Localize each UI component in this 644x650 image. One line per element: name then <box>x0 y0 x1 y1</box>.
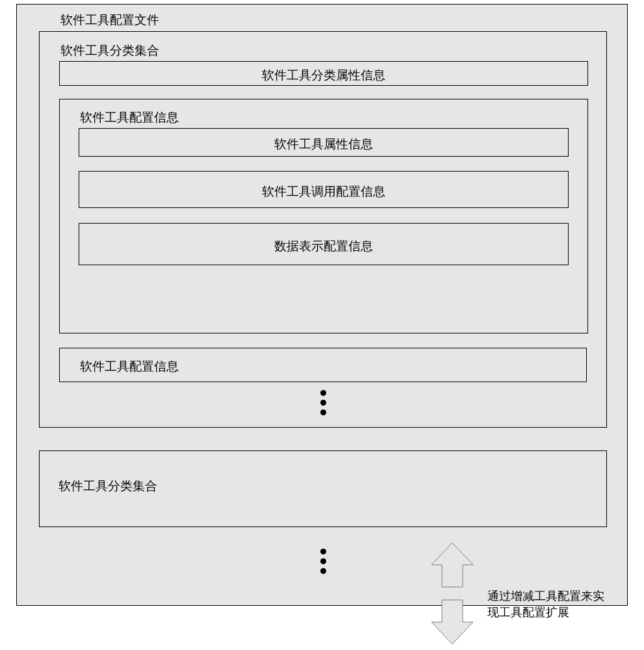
tool-data-label: 数据表示配置信息 <box>79 238 568 255</box>
category-set-1-title: 软件工具分类集合 <box>60 42 159 59</box>
category-attr-label: 软件工具分类属性信息 <box>60 67 587 84</box>
tool-data-box: 数据表示配置信息 <box>79 223 569 265</box>
double-arrow-icon <box>421 541 483 648</box>
tool-invoke-label: 软件工具调用配置信息 <box>79 183 568 200</box>
config-info-2-title: 软件工具配置信息 <box>80 358 179 375</box>
diagram-canvas: 软件工具配置文件 软件工具分类集合 软件工具分类属性信息 软件工具配置信息 软件… <box>0 0 644 650</box>
note-line-1: 通过增减工具配置来实 <box>487 588 604 604</box>
config-info-1-title: 软件工具配置信息 <box>80 109 179 126</box>
tool-invoke-box: 软件工具调用配置信息 <box>79 171 569 208</box>
note-line-2: 现工具配置扩展 <box>487 604 569 620</box>
ellipsis-icon-2 <box>316 545 329 578</box>
svg-marker-1 <box>431 600 473 644</box>
tool-attr-label: 软件工具属性信息 <box>79 136 568 153</box>
outer-title: 软件工具配置文件 <box>60 12 159 29</box>
tool-attr-box: 软件工具属性信息 <box>79 128 569 157</box>
category-set-2-title: 软件工具分类集合 <box>58 478 157 495</box>
ellipsis-icon <box>316 386 329 419</box>
category-attr-box: 软件工具分类属性信息 <box>59 61 588 86</box>
svg-marker-0 <box>431 543 473 587</box>
